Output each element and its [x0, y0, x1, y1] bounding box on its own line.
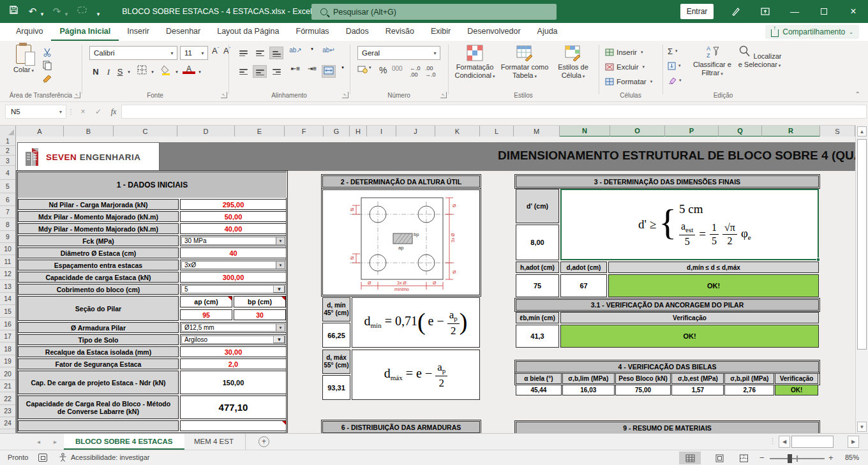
clear-button[interactable]: ▾ [668, 74, 687, 87]
tab-fórmulas[interactable]: Fórmulas [288, 23, 338, 41]
row-label-cell[interactable]: Espaçamento entra estacas [18, 260, 179, 270]
number-dialog-launcher[interactable]: ↘ [440, 92, 447, 98]
align-middle-icon[interactable] [253, 47, 267, 59]
lb-value-cell[interactable]: 41,3 [516, 325, 559, 348]
dropdown-control[interactable]: 3xØ▼ [181, 261, 285, 269]
green-empty-cell[interactable] [180, 420, 287, 431]
row-header-3[interactable]: 3 [0, 156, 15, 166]
row-header-20[interactable]: 20 [0, 367, 15, 380]
sheet-nav-left-icon[interactable]: ◂ [37, 438, 40, 445]
save-icon[interactable] [6, 5, 20, 18]
font-dialog-launcher[interactable]: ↘ [221, 92, 227, 98]
column-header-S[interactable]: S [820, 126, 855, 137]
column-header-A[interactable]: A [16, 126, 64, 137]
confirm-entry-icon[interactable]: ✓ [91, 105, 106, 119]
value-cell[interactable]: 477,10 [180, 395, 287, 419]
row-label-cell[interactable]: Cap. De carga de projeto Estaca - Ndr (k… [18, 371, 179, 394]
sort-filter-button[interactable]: AZ Classificar e Filtrar▾ [689, 45, 735, 78]
column-header-E[interactable]: E [235, 126, 285, 137]
sheet-tab-mem-4-est[interactable]: MEM 4 EST [183, 434, 246, 450]
merge-caret-icon[interactable]: ▾ [336, 65, 350, 78]
scroll-right-icon[interactable]: ▶ [848, 436, 859, 448]
align-bottom-icon[interactable] [269, 47, 283, 59]
dropdown-arrow-icon[interactable]: ▼ [276, 324, 285, 331]
biela-value-cell[interactable]: 2,76 [724, 385, 774, 395]
column-header-R[interactable]: R [762, 126, 820, 137]
underline-caret-icon[interactable]: ▾ [123, 65, 135, 79]
font-color-caret-icon[interactable]: ▾ [193, 65, 206, 79]
row-header-11[interactable]: 11 [0, 255, 15, 268]
zoom-slider-thumb[interactable] [788, 454, 792, 463]
close-button[interactable]: × [840, 0, 867, 23]
row-header-13[interactable]: 13 [0, 280, 15, 293]
formula-bar-handle[interactable]: ⋮ [66, 108, 75, 116]
vertical-scrollbar[interactable]: ▲ ▼ [855, 125, 868, 433]
decrease-indent-icon[interactable]: ⇤≡ [288, 65, 303, 78]
biela-value-cell[interactable]: 75,00 [615, 385, 671, 395]
name-box-caret-icon[interactable]: ▾ [56, 109, 66, 115]
biela-header-cell[interactable]: Peso Bloco (kN) [615, 373, 671, 384]
comma-style-button[interactable]: 000 [392, 65, 403, 72]
tab-página-inicial[interactable]: Página Inicial [51, 23, 119, 41]
dropdown-control[interactable]: 5▼ [181, 285, 285, 293]
worksheet[interactable]: SEVEN ENGENHARIA DIMENSIONAMENTO ESTRUTU… [16, 137, 855, 433]
zoom-out-icon[interactable]: − [760, 453, 765, 462]
column-header-Q[interactable]: Q [719, 126, 762, 137]
orientation-button[interactable]: ab↗ [288, 47, 303, 59]
column-header-M[interactable]: M [514, 126, 560, 137]
biela-header-cell[interactable]: σ,b,est (MPa) [671, 373, 724, 384]
biela-value-cell[interactable]: 1,57 [671, 385, 724, 395]
maximize-button[interactable] [811, 0, 837, 23]
format-cells-button[interactable]: Formatar▾ [605, 75, 652, 88]
fill-color-caret-icon[interactable]: ▾ [170, 65, 183, 79]
value-cell[interactable]: 30,00 [180, 346, 287, 357]
name-box[interactable]: N5▾ [5, 105, 66, 119]
undo-caret-icon[interactable]: ▾ [38, 8, 46, 20]
dmin-formula-cell[interactable]: dmín = 0,71( e − ap2) [352, 297, 480, 348]
value-cell[interactable]: 2,0 [180, 358, 287, 369]
ink-pen-icon[interactable] [722, 0, 749, 23]
dline-label-cell[interactable]: d' (cm) [516, 189, 559, 223]
cancel-entry-icon[interactable]: × [75, 105, 91, 119]
dropdown-control[interactable]: Ø12,5 mm▼ [181, 323, 285, 332]
dline-value-cell[interactable]: 8,00 [516, 225, 559, 260]
value-cell[interactable]: 40 [180, 247, 287, 258]
row-label-cell[interactable]: Capacidade de carga Estaca (kN) [18, 272, 179, 283]
row-label-cell[interactable]: Ø Armadura Pilar [18, 322, 179, 333]
italic-button[interactable]: I [102, 65, 115, 79]
biela-value-cell[interactable]: 45,44 [516, 385, 562, 395]
column-header-J[interactable]: J [396, 126, 435, 137]
dmin-label-cell[interactable]: d, mín45° (cm) [322, 297, 350, 321]
range-check-status-cell[interactable]: OK! [608, 274, 819, 297]
column-header-C[interactable]: C [114, 126, 177, 137]
increase-decimal-icon[interactable]: ←.0.00 [410, 65, 421, 78]
insert-cells-button[interactable]: Inserir▾ [605, 46, 643, 59]
wrap-text-button[interactable]: ab↵ [322, 47, 336, 59]
bold-button[interactable]: N [89, 65, 102, 79]
row-header-15[interactable]: 15 [0, 305, 15, 318]
dropdown-control[interactable]: 30 MPa▼ [181, 237, 285, 245]
search-box[interactable]: Pesquisar (Alt+G) [311, 4, 557, 20]
cut-icon[interactable] [42, 47, 55, 58]
accessibility-status[interactable]: Acessibilidade: investigar [59, 453, 150, 462]
format-as-table-button[interactable]: Formatar como Tabela▾ [500, 45, 549, 80]
sec3-title[interactable]: 3 - DETERMINAÇÃO DAS DIMENSÕES FINAIS [516, 175, 819, 188]
row-label-cell[interactable] [18, 420, 179, 431]
decrease-decimal-icon[interactable]: .00→.0 [425, 65, 436, 78]
column-header-P[interactable]: P [665, 126, 719, 137]
increase-indent-icon[interactable]: ⇥≡ [305, 65, 319, 78]
delete-cells-button[interactable]: Excluir▾ [605, 61, 645, 73]
scroll-down-icon[interactable]: ▼ [857, 422, 867, 432]
number-format-select[interactable]: Geral▾ [357, 46, 440, 60]
verificacao-label-cell[interactable]: Verificação [560, 312, 819, 323]
font-name-select[interactable]: Calibri▾ [89, 46, 177, 60]
biela-header-cell[interactable]: α biela (°) [516, 373, 562, 384]
biela-header-cell[interactable]: σ,b,lim (MPa) [562, 373, 615, 384]
tab-ajuda[interactable]: Ajuda [529, 23, 566, 41]
row-label-cell[interactable]: Nd Pilar - Carga Marjorada (kN) [18, 199, 179, 210]
horizontal-scroll-thumb[interactable] [791, 436, 834, 448]
ribbon-display-options-icon[interactable] [752, 0, 779, 23]
align-right-icon[interactable] [269, 65, 283, 78]
sec6-title[interactable]: 6 - DISTRIBUIÇÃO DAS ARMADURAS [322, 421, 480, 433]
dropdown-arrow-icon[interactable]: ▼ [276, 262, 285, 269]
